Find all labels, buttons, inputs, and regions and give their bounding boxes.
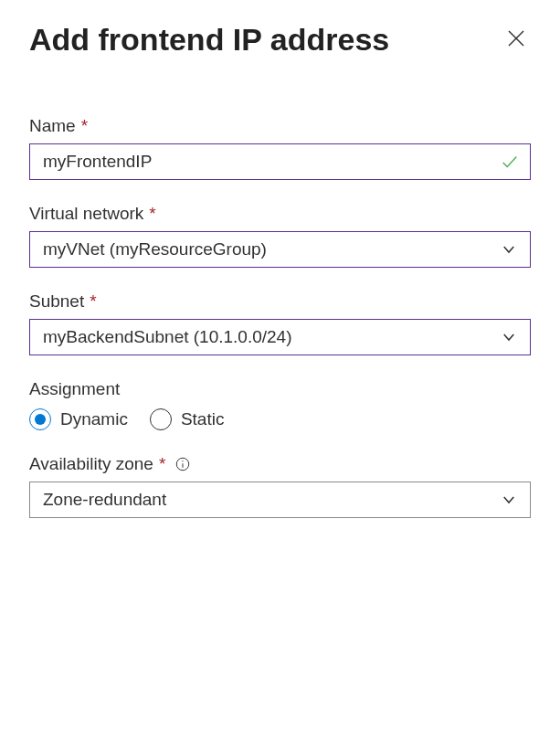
- availability-zone-value: Zone-redundant: [43, 490, 166, 510]
- virtual-network-label-row: Virtual network *: [29, 204, 531, 224]
- virtual-network-label: Virtual network: [29, 204, 143, 224]
- field-virtual-network: Virtual network * myVNet (myResourceGrou…: [29, 204, 531, 268]
- radio-dynamic-label: Dynamic: [60, 409, 128, 429]
- subnet-label-row: Subnet *: [29, 291, 531, 312]
- name-input-wrap: [29, 143, 531, 180]
- name-label-row: Name *: [29, 116, 531, 136]
- page-title: Add frontend IP address: [29, 22, 389, 58]
- availability-zone-label: Availability zone: [29, 454, 153, 474]
- required-marker: *: [90, 291, 96, 312]
- required-marker: *: [149, 204, 155, 224]
- field-availability-zone: Availability zone * Zone-redundant: [29, 454, 531, 518]
- info-icon[interactable]: [174, 456, 191, 472]
- assignment-radio-group: Dynamic Static: [29, 408, 531, 430]
- subnet-value: myBackendSubnet (10.1.0.0/24): [43, 327, 292, 347]
- assignment-label: Assignment: [29, 379, 120, 399]
- subnet-select[interactable]: myBackendSubnet (10.1.0.0/24): [29, 319, 531, 355]
- virtual-network-value: myVNet (myResourceGroup): [43, 239, 267, 259]
- radio-circle-selected: [29, 408, 51, 430]
- close-button[interactable]: [502, 26, 531, 55]
- required-marker: *: [81, 116, 88, 136]
- radio-circle: [150, 408, 172, 430]
- chevron-down-icon: [501, 492, 517, 508]
- panel-header: Add frontend IP address: [29, 22, 531, 58]
- radio-static-label: Static: [181, 409, 225, 429]
- required-marker: *: [159, 454, 165, 474]
- radio-static[interactable]: Static: [150, 408, 225, 430]
- chevron-down-icon: [501, 329, 517, 345]
- virtual-network-select[interactable]: myVNet (myResourceGroup): [29, 231, 531, 268]
- availability-zone-select[interactable]: Zone-redundant: [29, 482, 531, 518]
- field-name: Name *: [29, 116, 531, 180]
- subnet-label: Subnet: [29, 291, 84, 312]
- radio-dynamic[interactable]: Dynamic: [29, 408, 128, 430]
- name-label: Name: [29, 116, 76, 136]
- field-subnet: Subnet * myBackendSubnet (10.1.0.0/24): [29, 291, 531, 355]
- close-icon: [505, 27, 527, 52]
- assignment-label-row: Assignment: [29, 379, 531, 399]
- field-assignment: Assignment Dynamic Static: [29, 379, 531, 430]
- checkmark-icon: [500, 152, 520, 172]
- chevron-down-icon: [501, 241, 517, 258]
- radio-dot: [35, 414, 46, 425]
- svg-point-4: [183, 460, 184, 461]
- name-input[interactable]: [29, 143, 531, 180]
- availability-zone-label-row: Availability zone *: [29, 454, 531, 474]
